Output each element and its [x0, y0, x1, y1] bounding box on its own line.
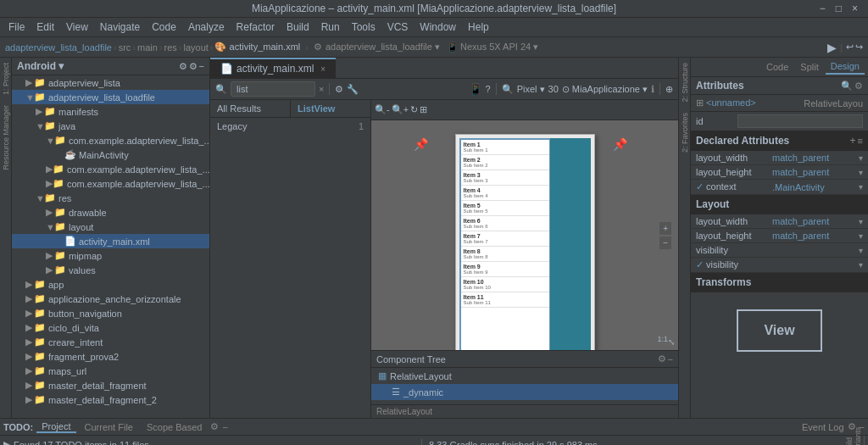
tree-item-maps[interactable]: ▶ 📁maps_url	[12, 364, 209, 378]
attr-dropdown-3[interactable]: ▾	[859, 182, 863, 192]
layout-attr-dropdown-1[interactable]: ▾	[859, 217, 863, 226]
canvas-zoom-in[interactable]: 🔍+	[392, 104, 409, 115]
todo-settings-btn[interactable]: ⚙	[210, 421, 219, 432]
breadcrumb-item-src[interactable]: src	[119, 42, 131, 53]
menu-help[interactable]: Help	[463, 19, 494, 35]
tree-item-drawable[interactable]: ▶ 📁drawable	[12, 205, 209, 220]
tree-item-master-detail[interactable]: ▶ 📁master_detail_fragment	[12, 378, 209, 392]
todo-close-btn[interactable]: −	[222, 422, 227, 432]
canvas-zoom-out[interactable]: 🔍-	[375, 104, 390, 115]
layout-attr-dropdown-4[interactable]: ▾	[859, 260, 863, 270]
canvas-refresh[interactable]: ↻	[410, 104, 418, 115]
menu-navigate[interactable]: Navigate	[95, 19, 145, 35]
tree-item-adapterview-lista-loadfile[interactable]: ▼ 📁adapterview_lista_loadfile	[12, 90, 209, 104]
comp-item-relative-layout[interactable]: ▦ RelativeLayout	[371, 368, 678, 384]
filter-settings-btn[interactable]: ⚙	[335, 84, 343, 95]
tree-item-creare[interactable]: ▶ 📁creare_intent	[12, 335, 209, 349]
menu-refactor[interactable]: Refactor	[231, 19, 280, 35]
attr-search-btn[interactable]: 🔍	[841, 81, 853, 92]
side-label-favorites[interactable]: 2: Favorites	[679, 108, 691, 158]
side-label-project[interactable]: 1: Project	[0, 58, 12, 100]
attr-dropdown-1[interactable]: ▾	[859, 153, 863, 163]
toolbar-icon-2[interactable]: ↪	[855, 42, 863, 53]
menu-window[interactable]: Window	[415, 19, 461, 35]
layout-attr-dropdown-2[interactable]: ▾	[859, 231, 863, 241]
activity-main-tab[interactable]: 📄 activity_main.xml ×	[210, 58, 336, 78]
attr-dropdown-2[interactable]: ▾	[859, 168, 863, 177]
menu-file[interactable]: File	[3, 19, 30, 35]
search-input[interactable]	[231, 81, 315, 97]
build-variants-label[interactable]: Build Variants	[843, 436, 865, 446]
tree-item-com-example-2[interactable]: ▶ 📁com.example.adapterview_lista_...	[12, 162, 209, 176]
layout-section-header[interactable]: Layout	[691, 195, 868, 214]
tree-item-res[interactable]: ▼ 📁res	[12, 191, 209, 205]
zoom-selector[interactable]: 30	[548, 84, 559, 94]
maximize-btn[interactable]: □	[832, 3, 845, 14]
tree-item-fragment[interactable]: ▶ 📁fragment_prova2	[12, 349, 209, 364]
scroll-up-btn[interactable]: +	[659, 222, 671, 235]
all-results-tab[interactable]: All Results	[210, 100, 291, 117]
id-input[interactable]	[737, 114, 863, 128]
menu-analyze[interactable]: Analyze	[183, 19, 230, 35]
listview-component[interactable]: Item 1 Sub Item 1 Item 2 Sub Item 2 Item…	[459, 138, 551, 350]
canvas-blueprint[interactable]: ⊞	[420, 104, 427, 115]
comp-item-dynamic[interactable]: ☰ _dynamic	[371, 384, 678, 400]
tab-design[interactable]: Design	[826, 59, 865, 75]
resize-handle[interactable]: ⤡	[668, 337, 675, 347]
tree-item-app[interactable]: ▶ 📁app	[12, 277, 209, 292]
menu-edit[interactable]: Edit	[31, 19, 59, 35]
run-btn[interactable]: ▶	[827, 41, 837, 54]
menu-build[interactable]: Build	[281, 19, 314, 35]
filter-tools-btn[interactable]: 🔧	[347, 84, 359, 95]
menu-vcs[interactable]: VCS	[382, 19, 414, 35]
side-label-resource-manager[interactable]: Resource Manager	[0, 100, 12, 175]
scroll-down-btn[interactable]: −	[659, 236, 671, 249]
toolbar-icon-1[interactable]: ↩	[846, 42, 854, 53]
tab-close-icon[interactable]: ×	[320, 64, 326, 74]
menu-run[interactable]: Run	[316, 19, 345, 35]
project-close-btn[interactable]: −	[199, 61, 204, 72]
device-selector[interactable]: Nexus 5X API 24 ▾	[460, 42, 538, 53]
tree-item-button-nav[interactable]: ▶ 📁button_navigation	[12, 306, 209, 320]
breadcrumb-item-1[interactable]: adapterview_lista_loadfile	[5, 42, 112, 53]
menu-tools[interactable]: Tools	[347, 19, 381, 35]
tree-item-manifests[interactable]: ▶ 📁manifests	[12, 104, 209, 119]
tree-item-applicazione[interactable]: ▶ 📁applicazione_anche_orizzontale	[12, 292, 209, 306]
tree-item-mainactivity[interactable]: ☕MainActivity	[12, 147, 209, 162]
tree-item-values[interactable]: ▶ 📁values	[12, 263, 209, 277]
comp-tree-close[interactable]: −	[668, 353, 673, 364]
menu-view[interactable]: View	[61, 19, 93, 35]
tree-item-com-example-1[interactable]: ▼ 📁com.example.adapterview_lista_...	[12, 133, 209, 147]
todo-tab-scope-based[interactable]: Scope Based	[142, 422, 207, 432]
listview-tab[interactable]: ListView	[291, 100, 370, 117]
transforms-header[interactable]: Transforms	[691, 273, 868, 292]
breadcrumb-item-res[interactable]: res	[164, 42, 177, 53]
canvas-hint-btn[interactable]: ?	[486, 84, 491, 94]
tree-item-activity-main[interactable]: 📄activity_main.xml	[12, 234, 209, 248]
canvas-phone-btn[interactable]: 📱	[469, 83, 482, 96]
todo-tab-project[interactable]: Project	[36, 421, 75, 433]
comp-tree-settings[interactable]: ⚙	[658, 353, 666, 364]
project-settings-btn[interactable]: ⚙	[189, 61, 198, 72]
tab-split[interactable]: Split	[795, 60, 823, 74]
tree-item-ciclo[interactable]: ▶ 📁ciclo_di_vita	[12, 320, 209, 335]
tree-item-master-detail-2[interactable]: ▶ 📁master_detail_fragment_2	[12, 392, 209, 407]
canvas-extra-btn[interactable]: ⊕	[665, 84, 673, 95]
tree-item-com-example-3[interactable]: ▶ 📁com.example.adapterview_lista_...	[12, 176, 209, 191]
legacy-result-item[interactable]: Legacy 1	[210, 118, 370, 135]
tab-code[interactable]: Code	[761, 60, 793, 74]
project-sync-btn[interactable]: ⚙	[179, 61, 187, 72]
tree-item-java[interactable]: ▼ 📁java	[12, 119, 209, 133]
declared-attr-settings[interactable]: ≡	[858, 135, 863, 147]
todo-chevron[interactable]: ▶	[3, 439, 10, 445]
todo-tab-current-file[interactable]: Current File	[80, 422, 138, 432]
breadcrumb-file[interactable]: 🎨 activity_main.xml	[214, 42, 300, 53]
pixel-selector[interactable]: Pixel ▾	[517, 84, 545, 95]
side-label-structure[interactable]: 2: Structure	[679, 58, 691, 108]
attr-settings-btn[interactable]: ⚙	[854, 81, 863, 92]
search-close-btn[interactable]: ×	[319, 84, 324, 94]
tree-item-mipmap[interactable]: ▶ 📁mipmap	[12, 248, 209, 263]
tree-item-layout[interactable]: ▼ 📁layout	[12, 220, 209, 234]
layout-attr-dropdown-3[interactable]: ▾	[859, 246, 863, 255]
minimize-btn[interactable]: −	[816, 3, 829, 14]
